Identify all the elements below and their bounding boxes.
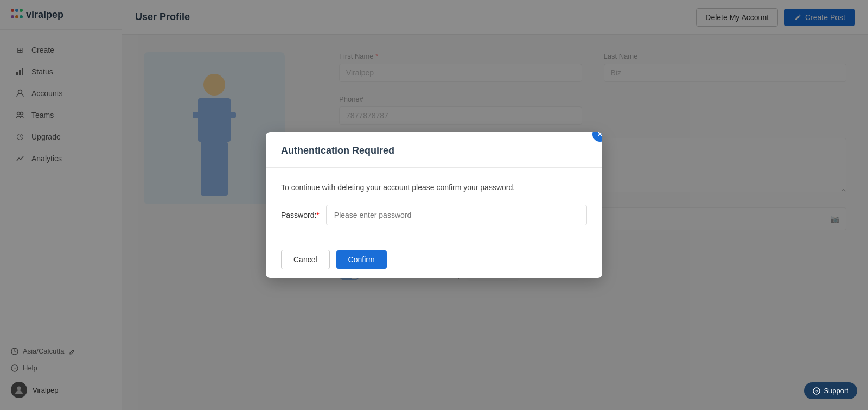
confirm-button[interactable]: Confirm bbox=[336, 250, 387, 269]
modal-header: Authentication Required × bbox=[266, 132, 602, 168]
modal-overlay: Authentication Required × To continue wi… bbox=[0, 0, 868, 410]
modal-title: Authentication Required bbox=[281, 145, 587, 156]
modal-close-button[interactable]: × bbox=[592, 132, 602, 142]
modal-body: To continue with deleting your account p… bbox=[266, 168, 602, 241]
modal-footer: Cancel Confirm bbox=[266, 241, 602, 278]
modal-description: To continue with deleting your account p… bbox=[281, 183, 587, 192]
authentication-modal: Authentication Required × To continue wi… bbox=[266, 132, 602, 278]
password-input[interactable] bbox=[326, 205, 587, 225]
cancel-button[interactable]: Cancel bbox=[281, 250, 330, 269]
support-button[interactable]: ? Support bbox=[804, 382, 857, 399]
svg-text:?: ? bbox=[815, 389, 818, 394]
password-label: Password:* bbox=[281, 211, 320, 219]
support-icon: ? bbox=[813, 387, 820, 395]
password-field-group: Password:* bbox=[281, 205, 587, 225]
support-label: Support bbox=[824, 387, 848, 395]
